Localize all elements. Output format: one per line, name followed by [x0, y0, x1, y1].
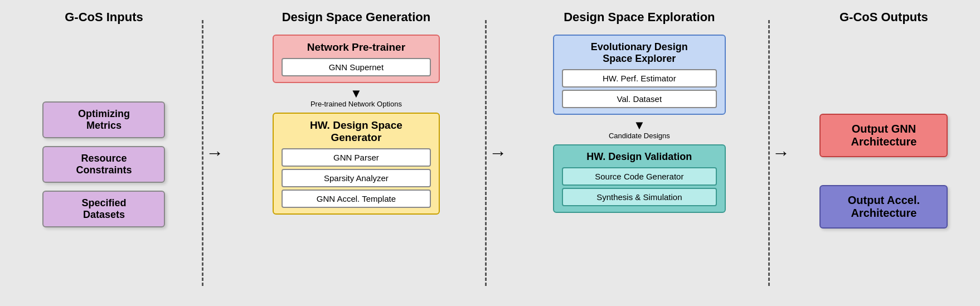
evo-explorer-box: Evolutionary DesignSpace Explorer HW. Pe…	[553, 35, 726, 115]
hw-validation-title: HW. Design Validation	[562, 151, 717, 163]
down-arrow-icon-2: ▼	[633, 119, 646, 132]
exploration-container: Evolutionary DesignSpace Explorer HW. Pe…	[516, 35, 763, 213]
synthesis-simulation-box: Synthesis & Simulation	[562, 188, 717, 206]
hw-generator-title: HW. Design SpaceGenerator	[282, 119, 431, 144]
arrow-inputs-to-gen: →	[203, 6, 226, 300]
inputs-list: OptimizingMetrics ResourceConstraints Sp…	[42, 35, 165, 296]
outputs-title: G-CoS Outputs	[840, 10, 928, 25]
gnn-supernet-box: GNN Supernet	[282, 58, 431, 76]
candidate-label: Candidate Designs	[609, 132, 670, 140]
specified-datasets-box: SpecifiedDatasets	[42, 191, 165, 227]
column-outputs: G-CoS Outputs Output GNNArchitecture Out…	[792, 6, 976, 300]
resource-constraints-box: ResourceConstraints	[42, 146, 165, 183]
main-container: G-CoS Inputs OptimizingMetrics ResourceC…	[0, 0, 980, 306]
pretrained-arrow: ▼ Pre-trained Network Options	[311, 88, 402, 108]
column-generation: Design Space Generation Network Pre-trai…	[226, 6, 487, 300]
optimizing-metrics-box: OptimizingMetrics	[42, 101, 165, 138]
hw-generator-box: HW. Design SpaceGenerator GNN Parser Spa…	[273, 113, 440, 215]
output-accel-box: Output Accel.Architecture	[819, 185, 948, 229]
gnn-accel-template-box: GNN Accel. Template	[282, 190, 431, 208]
generation-title: Design Space Generation	[282, 10, 431, 25]
evo-explorer-title: Evolutionary DesignSpace Explorer	[562, 41, 717, 65]
exploration-title: Design Space Exploration	[564, 10, 715, 25]
generation-container: Network Pre-trainer GNN Supernet ▼ Pre-t…	[232, 35, 480, 215]
candidate-arrow: ▼ Candidate Designs	[609, 119, 670, 140]
gnn-parser-box: GNN Parser	[282, 148, 431, 167]
pretrained-label: Pre-trained Network Options	[311, 100, 402, 108]
val-dataset-box: Val. Dataset	[562, 90, 717, 108]
sparsity-analyzer-box: Sparsity Analyzer	[282, 169, 431, 187]
down-arrow-icon: ▼	[350, 88, 362, 100]
output-gnn-box: Output GNNArchitecture	[819, 114, 948, 157]
arrow-explore-to-outputs: →	[770, 6, 792, 300]
inputs-title: G-CoS Inputs	[65, 10, 143, 25]
pretrainer-title: Network Pre-trainer	[282, 41, 431, 54]
arrow-gen-to-explore: →	[487, 6, 509, 300]
column-exploration: Design Space Exploration Evolutionary De…	[509, 6, 770, 300]
column-inputs: G-CoS Inputs OptimizingMetrics ResourceC…	[4, 6, 203, 300]
network-pretrainer-box: Network Pre-trainer GNN Supernet	[273, 35, 440, 83]
outputs-wrapper: Output GNNArchitecture Output Accel.Arch…	[819, 35, 948, 296]
hw-perf-estimator-box: HW. Perf. Estimator	[562, 69, 717, 88]
hw-validation-box: HW. Design Validation Source Code Genera…	[553, 144, 726, 213]
source-code-generator-box: Source Code Generator	[562, 167, 717, 186]
